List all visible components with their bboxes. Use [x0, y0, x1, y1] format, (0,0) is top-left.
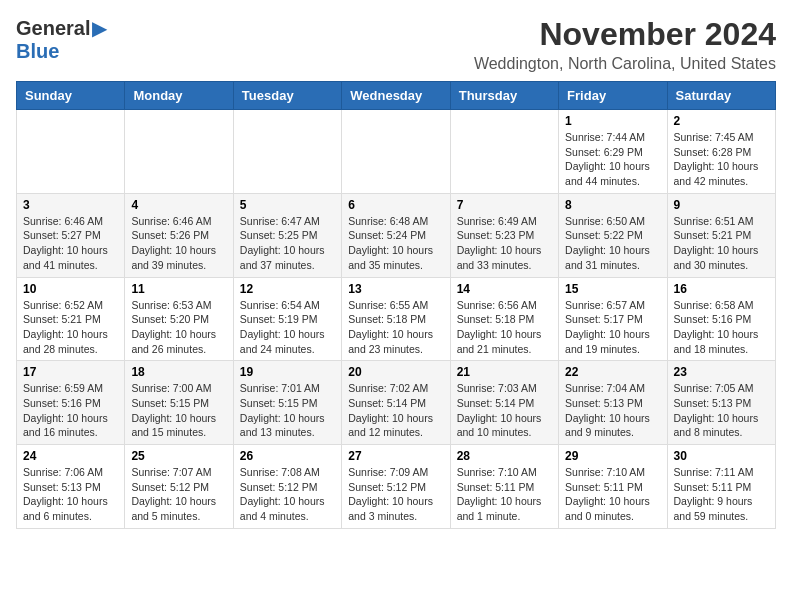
- logo-blue-text: Blue: [16, 40, 59, 63]
- calendar-cell: [17, 110, 125, 194]
- calendar-cell: 9Sunrise: 6:51 AMSunset: 5:21 PMDaylight…: [667, 193, 775, 277]
- calendar-cell: [450, 110, 558, 194]
- day-number: 15: [565, 282, 660, 296]
- day-info: Sunrise: 7:10 AMSunset: 5:11 PMDaylight:…: [565, 465, 660, 524]
- day-info: Sunrise: 7:00 AMSunset: 5:15 PMDaylight:…: [131, 381, 226, 440]
- calendar-week-row: 1Sunrise: 7:44 AMSunset: 6:29 PMDaylight…: [17, 110, 776, 194]
- month-title: November 2024: [474, 16, 776, 53]
- calendar-cell: [342, 110, 450, 194]
- location-title: Weddington, North Carolina, United State…: [474, 55, 776, 73]
- day-info: Sunrise: 7:06 AMSunset: 5:13 PMDaylight:…: [23, 465, 118, 524]
- day-number: 14: [457, 282, 552, 296]
- day-of-week-header: Saturday: [667, 82, 775, 110]
- day-info: Sunrise: 7:44 AMSunset: 6:29 PMDaylight:…: [565, 130, 660, 189]
- day-number: 25: [131, 449, 226, 463]
- day-number: 16: [674, 282, 769, 296]
- logo-bird-icon: ▶: [92, 16, 107, 40]
- day-number: 2: [674, 114, 769, 128]
- day-info: Sunrise: 6:57 AMSunset: 5:17 PMDaylight:…: [565, 298, 660, 357]
- calendar-cell: 25Sunrise: 7:07 AMSunset: 5:12 PMDayligh…: [125, 445, 233, 529]
- calendar-cell: 17Sunrise: 6:59 AMSunset: 5:16 PMDayligh…: [17, 361, 125, 445]
- calendar-cell: 29Sunrise: 7:10 AMSunset: 5:11 PMDayligh…: [559, 445, 667, 529]
- day-info: Sunrise: 7:45 AMSunset: 6:28 PMDaylight:…: [674, 130, 769, 189]
- day-info: Sunrise: 6:53 AMSunset: 5:20 PMDaylight:…: [131, 298, 226, 357]
- calendar-cell: 20Sunrise: 7:02 AMSunset: 5:14 PMDayligh…: [342, 361, 450, 445]
- header: General ▶ Blue November 2024 Weddington,…: [16, 16, 776, 73]
- day-info: Sunrise: 7:11 AMSunset: 5:11 PMDaylight:…: [674, 465, 769, 524]
- calendar-cell: 11Sunrise: 6:53 AMSunset: 5:20 PMDayligh…: [125, 277, 233, 361]
- day-number: 19: [240, 365, 335, 379]
- calendar-week-row: 17Sunrise: 6:59 AMSunset: 5:16 PMDayligh…: [17, 361, 776, 445]
- day-info: Sunrise: 7:07 AMSunset: 5:12 PMDaylight:…: [131, 465, 226, 524]
- day-number: 21: [457, 365, 552, 379]
- day-number: 11: [131, 282, 226, 296]
- title-area: November 2024 Weddington, North Carolina…: [474, 16, 776, 73]
- day-of-week-header: Thursday: [450, 82, 558, 110]
- calendar-header-row: SundayMondayTuesdayWednesdayThursdayFrid…: [17, 82, 776, 110]
- day-info: Sunrise: 7:03 AMSunset: 5:14 PMDaylight:…: [457, 381, 552, 440]
- calendar-week-row: 3Sunrise: 6:46 AMSunset: 5:27 PMDaylight…: [17, 193, 776, 277]
- calendar-cell: 4Sunrise: 6:46 AMSunset: 5:26 PMDaylight…: [125, 193, 233, 277]
- calendar-cell: 28Sunrise: 7:10 AMSunset: 5:11 PMDayligh…: [450, 445, 558, 529]
- day-info: Sunrise: 6:48 AMSunset: 5:24 PMDaylight:…: [348, 214, 443, 273]
- day-info: Sunrise: 6:52 AMSunset: 5:21 PMDaylight:…: [23, 298, 118, 357]
- day-number: 28: [457, 449, 552, 463]
- calendar-cell: 10Sunrise: 6:52 AMSunset: 5:21 PMDayligh…: [17, 277, 125, 361]
- day-number: 23: [674, 365, 769, 379]
- calendar-cell: 5Sunrise: 6:47 AMSunset: 5:25 PMDaylight…: [233, 193, 341, 277]
- calendar-table: SundayMondayTuesdayWednesdayThursdayFrid…: [16, 81, 776, 529]
- day-number: 8: [565, 198, 660, 212]
- day-info: Sunrise: 6:46 AMSunset: 5:27 PMDaylight:…: [23, 214, 118, 273]
- day-number: 27: [348, 449, 443, 463]
- day-number: 17: [23, 365, 118, 379]
- day-number: 22: [565, 365, 660, 379]
- day-number: 9: [674, 198, 769, 212]
- day-of-week-header: Friday: [559, 82, 667, 110]
- day-info: Sunrise: 7:08 AMSunset: 5:12 PMDaylight:…: [240, 465, 335, 524]
- calendar-week-row: 24Sunrise: 7:06 AMSunset: 5:13 PMDayligh…: [17, 445, 776, 529]
- day-info: Sunrise: 6:55 AMSunset: 5:18 PMDaylight:…: [348, 298, 443, 357]
- calendar-cell: 30Sunrise: 7:11 AMSunset: 5:11 PMDayligh…: [667, 445, 775, 529]
- day-number: 6: [348, 198, 443, 212]
- day-info: Sunrise: 6:59 AMSunset: 5:16 PMDaylight:…: [23, 381, 118, 440]
- calendar-cell: 6Sunrise: 6:48 AMSunset: 5:24 PMDaylight…: [342, 193, 450, 277]
- day-info: Sunrise: 6:47 AMSunset: 5:25 PMDaylight:…: [240, 214, 335, 273]
- calendar-cell: 21Sunrise: 7:03 AMSunset: 5:14 PMDayligh…: [450, 361, 558, 445]
- day-info: Sunrise: 7:09 AMSunset: 5:12 PMDaylight:…: [348, 465, 443, 524]
- calendar-cell: [233, 110, 341, 194]
- day-number: 12: [240, 282, 335, 296]
- day-number: 13: [348, 282, 443, 296]
- day-number: 7: [457, 198, 552, 212]
- calendar-cell: 16Sunrise: 6:58 AMSunset: 5:16 PMDayligh…: [667, 277, 775, 361]
- day-number: 4: [131, 198, 226, 212]
- calendar-cell: [125, 110, 233, 194]
- calendar-cell: 2Sunrise: 7:45 AMSunset: 6:28 PMDaylight…: [667, 110, 775, 194]
- day-info: Sunrise: 7:04 AMSunset: 5:13 PMDaylight:…: [565, 381, 660, 440]
- day-number: 3: [23, 198, 118, 212]
- day-info: Sunrise: 6:54 AMSunset: 5:19 PMDaylight:…: [240, 298, 335, 357]
- calendar-cell: 22Sunrise: 7:04 AMSunset: 5:13 PMDayligh…: [559, 361, 667, 445]
- day-number: 18: [131, 365, 226, 379]
- logo-general-text: General: [16, 17, 90, 40]
- day-info: Sunrise: 6:46 AMSunset: 5:26 PMDaylight:…: [131, 214, 226, 273]
- calendar-cell: 8Sunrise: 6:50 AMSunset: 5:22 PMDaylight…: [559, 193, 667, 277]
- day-of-week-header: Tuesday: [233, 82, 341, 110]
- day-of-week-header: Sunday: [17, 82, 125, 110]
- day-info: Sunrise: 7:02 AMSunset: 5:14 PMDaylight:…: [348, 381, 443, 440]
- day-info: Sunrise: 6:56 AMSunset: 5:18 PMDaylight:…: [457, 298, 552, 357]
- day-number: 24: [23, 449, 118, 463]
- calendar-cell: 3Sunrise: 6:46 AMSunset: 5:27 PMDaylight…: [17, 193, 125, 277]
- day-number: 29: [565, 449, 660, 463]
- calendar-week-row: 10Sunrise: 6:52 AMSunset: 5:21 PMDayligh…: [17, 277, 776, 361]
- day-info: Sunrise: 7:05 AMSunset: 5:13 PMDaylight:…: [674, 381, 769, 440]
- calendar-cell: 7Sunrise: 6:49 AMSunset: 5:23 PMDaylight…: [450, 193, 558, 277]
- day-info: Sunrise: 6:58 AMSunset: 5:16 PMDaylight:…: [674, 298, 769, 357]
- calendar-cell: 15Sunrise: 6:57 AMSunset: 5:17 PMDayligh…: [559, 277, 667, 361]
- day-number: 20: [348, 365, 443, 379]
- calendar-cell: 27Sunrise: 7:09 AMSunset: 5:12 PMDayligh…: [342, 445, 450, 529]
- logo: General ▶ Blue: [16, 16, 107, 63]
- calendar-cell: 18Sunrise: 7:00 AMSunset: 5:15 PMDayligh…: [125, 361, 233, 445]
- calendar-cell: 23Sunrise: 7:05 AMSunset: 5:13 PMDayligh…: [667, 361, 775, 445]
- day-of-week-header: Monday: [125, 82, 233, 110]
- day-info: Sunrise: 6:51 AMSunset: 5:21 PMDaylight:…: [674, 214, 769, 273]
